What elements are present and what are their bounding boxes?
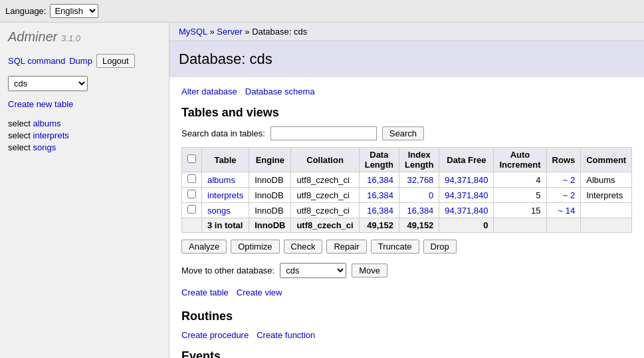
interprets-data-length-link[interactable]: 16,384 <box>367 190 393 200</box>
move-button[interactable]: Move <box>352 264 387 277</box>
dump-link[interactable]: Dump <box>69 56 92 66</box>
breadcrumb-current: Database: cds <box>252 27 307 37</box>
truncate-button[interactable]: Truncate <box>371 240 419 254</box>
row-index-length: 0 <box>399 188 439 203</box>
total-row: 3 in total InnoDB utf8_czech_ci 49,152 4… <box>182 218 632 233</box>
row-index-length: 32,768 <box>399 172 439 188</box>
move-db-select[interactable]: cds information_schema mysql <box>280 263 346 278</box>
col-comment: Comment <box>581 148 632 172</box>
row-checkbox[interactable] <box>187 190 196 198</box>
create-procedure-link[interactable]: Create procedure <box>181 330 249 340</box>
albums-data-free-link[interactable]: 94,371,840 <box>445 175 488 185</box>
total-rows <box>546 218 581 233</box>
row-name: interprets <box>202 188 249 203</box>
songs-data-free-link[interactable]: 94,371,840 <box>445 206 488 216</box>
interprets-table-link[interactable]: interprets <box>207 190 243 200</box>
breadcrumb-server[interactable]: Server <box>217 27 242 37</box>
search-button[interactable]: Search <box>382 126 424 140</box>
songs-table-link[interactable]: songs <box>207 206 231 216</box>
row-data-free: 94,371,840 <box>439 172 494 188</box>
breadcrumb-sep1: » <box>209 27 214 37</box>
albums-index-length-link[interactable]: 32,768 <box>407 175 434 185</box>
database-schema-link[interactable]: Database schema <box>245 87 315 96</box>
row-rows: ~ 2 <box>546 188 581 203</box>
row-rows: ~ 2 <box>546 172 581 188</box>
col-collation: Collation <box>291 148 359 172</box>
db-select[interactable]: cds information_schema mysql <box>8 76 88 91</box>
sidebar: Adminer 3.1.0 SQL command Dump Logout cd… <box>0 23 169 358</box>
row-data-length: 16,384 <box>359 172 399 188</box>
table-row: songs InnoDB utf8_czech_ci 16,384 16,384… <box>182 203 632 218</box>
row-data-length: 16,384 <box>359 188 399 203</box>
events-section: Events <box>181 349 632 358</box>
analyze-button[interactable]: Analyze <box>181 240 227 254</box>
table-row: interprets InnoDB utf8_czech_ci 16,384 0… <box>182 188 632 203</box>
main-content: MySQL » Server » Database: cds Database:… <box>169 23 644 358</box>
songs-link[interactable]: songs <box>33 142 56 152</box>
app-version: 3.1.0 <box>61 33 80 43</box>
albums-rows-link[interactable]: ~ 2 <box>563 175 575 185</box>
row-name: songs <box>202 203 249 218</box>
albums-data-length-link[interactable]: 16,384 <box>367 175 393 185</box>
row-checkbox[interactable] <box>187 174 196 183</box>
alter-database-link[interactable]: Alter database <box>181 87 237 96</box>
row-collation: utf8_czech_ci <box>291 203 359 218</box>
interprets-index-length-link[interactable]: 0 <box>429 190 433 200</box>
language-select[interactable]: English Czech German French Spanish <box>50 4 98 18</box>
create-table-bottom-link[interactable]: Create table <box>181 287 229 297</box>
row-collation: utf8_czech_ci <box>291 188 359 203</box>
breadcrumb-sep2: » <box>245 27 249 37</box>
row-data-length: 16,384 <box>359 203 399 218</box>
sidebar-nav: SQL command Dump Logout <box>8 54 161 68</box>
optimize-button[interactable]: Optimize <box>231 240 279 254</box>
check-all-header <box>182 148 202 172</box>
action-buttons: Analyze Optimize Check Repair Truncate D… <box>181 240 632 254</box>
sql-command-link[interactable]: SQL command <box>8 56 65 66</box>
drop-button[interactable]: Drop <box>423 240 457 254</box>
total-engine: InnoDB <box>249 218 291 233</box>
col-rows: Rows <box>546 148 581 172</box>
search-input[interactable] <box>270 126 377 140</box>
row-check <box>182 188 202 203</box>
songs-data-length-link[interactable]: 16,384 <box>367 206 393 216</box>
interprets-rows-link[interactable]: ~ 2 <box>563 190 575 200</box>
total-index-length: 49,152 <box>399 218 439 233</box>
tables-table: Table Engine Collation DataLength IndexL… <box>181 147 632 233</box>
check-all-checkbox[interactable] <box>187 154 196 163</box>
check-button[interactable]: Check <box>284 240 323 254</box>
create-function-link[interactable]: Create function <box>257 330 315 340</box>
list-item: select songs <box>8 142 161 152</box>
col-data-length: DataLength <box>359 148 399 172</box>
row-checkbox[interactable] <box>187 205 196 214</box>
albums-table-link[interactable]: albums <box>207 175 235 185</box>
table-link-prefix: select <box>8 130 33 140</box>
table-row: albums InnoDB utf8_czech_ci 16,384 32,76… <box>182 172 632 188</box>
row-comment <box>581 203 632 218</box>
breadcrumb-mysql[interactable]: MySQL <box>179 27 207 37</box>
events-title: Events <box>181 349 632 358</box>
language-label: Language: <box>5 6 46 16</box>
create-table-link[interactable]: Create new table <box>8 99 73 109</box>
row-index-length: 16,384 <box>399 203 439 218</box>
interprets-data-free-link[interactable]: 94,371,840 <box>445 190 488 200</box>
routines-title: Routines <box>181 309 632 323</box>
total-collation: utf8_czech_ci <box>291 218 359 233</box>
repair-button[interactable]: Repair <box>326 240 366 254</box>
create-view-bottom-link[interactable]: Create view <box>237 287 282 297</box>
row-auto-increment: 5 <box>494 188 546 203</box>
col-auto-increment: AutoIncrement <box>494 148 546 172</box>
songs-rows-link[interactable]: ~ 14 <box>558 206 576 216</box>
search-row: Search data in tables: Search <box>181 126 632 140</box>
songs-index-length-link[interactable]: 16,384 <box>407 206 434 216</box>
row-check <box>182 172 202 188</box>
col-table: Table <box>202 148 249 172</box>
page-title: Database: cds <box>169 41 644 77</box>
total-label: 3 in total <box>202 218 249 233</box>
app-name: Adminer <box>8 29 57 44</box>
col-index-length: IndexLength <box>399 148 439 172</box>
logout-button[interactable]: Logout <box>96 54 135 68</box>
row-rows: ~ 14 <box>546 203 581 218</box>
interprets-link[interactable]: interprets <box>33 130 69 140</box>
albums-link[interactable]: albums <box>33 118 61 128</box>
row-comment: Albums <box>581 172 632 188</box>
